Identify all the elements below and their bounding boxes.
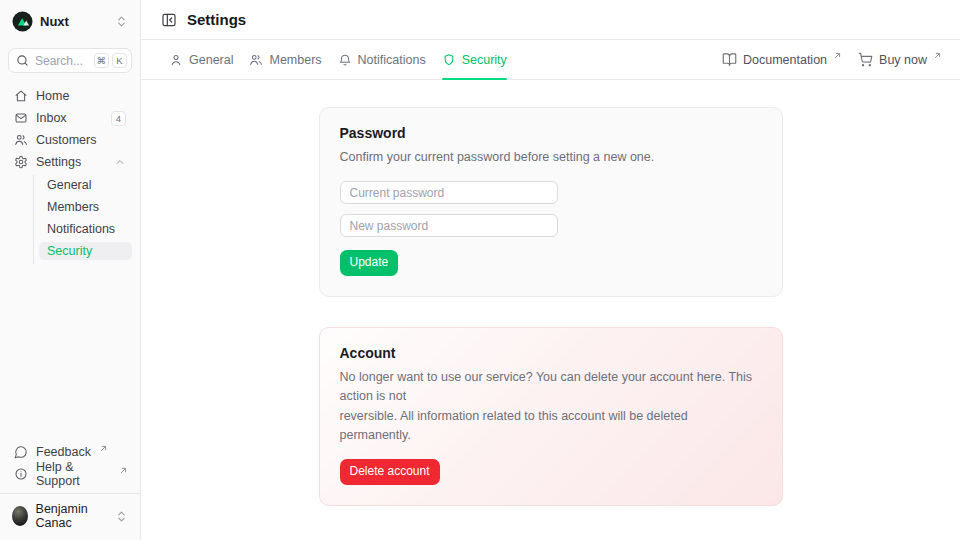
settings-tabbar: General Members Notifications	[141, 40, 960, 80]
workspace-switcher[interactable]: Nuxt	[8, 8, 132, 35]
link-label: Documentation	[743, 53, 827, 67]
gear-icon	[14, 155, 28, 169]
sidebar-item-label: Help & Support	[36, 460, 111, 488]
sidebar-item-label: Notifications	[47, 222, 115, 236]
update-password-button[interactable]: Update	[340, 250, 399, 276]
app-root: Nuxt Search... ⌘ K Home	[0, 0, 960, 540]
search-input[interactable]: Search... ⌘ K	[8, 48, 132, 73]
external-link-icon	[934, 52, 941, 59]
main-panel: Settings General Members	[141, 0, 960, 540]
tab-label: Notifications	[358, 53, 426, 67]
sidebar-footer: Feedback Help & Support Benjamin Canac	[8, 443, 132, 534]
user-menu[interactable]: Benjamin Canac	[8, 494, 132, 534]
chevron-up-down-icon	[115, 510, 128, 523]
avatar	[12, 506, 28, 526]
security-content: Password Confirm your current password b…	[141, 80, 960, 540]
shield-icon	[442, 53, 456, 67]
sidebar: Nuxt Search... ⌘ K Home	[0, 0, 141, 540]
users-icon	[14, 133, 28, 147]
inbox-icon	[14, 111, 28, 125]
sidebar-item-notifications[interactable]: Notifications	[39, 220, 132, 238]
settings-subnav: General Members Notifications Security	[33, 175, 132, 264]
search-icon	[16, 54, 29, 67]
sidebar-item-label: Security	[47, 244, 92, 258]
sidebar-item-label: Feedback	[36, 445, 91, 459]
sidebar-item-label: Inbox	[36, 111, 67, 125]
sidebar-item-label: Members	[47, 200, 99, 214]
new-password-field[interactable]	[340, 214, 558, 237]
tab-label: Security	[462, 53, 507, 67]
kbd-meta: ⌘	[94, 53, 110, 68]
page-title: Settings	[187, 11, 246, 28]
workspace-name: Nuxt	[40, 14, 69, 29]
sidebar-item-feedback[interactable]: Feedback	[8, 443, 132, 461]
users-icon	[249, 53, 263, 67]
password-card: Password Confirm your current password b…	[319, 107, 783, 297]
account-description-line: reversible. All information related to t…	[340, 407, 762, 446]
sidebar-item-home[interactable]: Home	[8, 87, 132, 105]
tab-notifications[interactable]: Notifications	[338, 40, 426, 79]
sidebar-item-general[interactable]: General	[39, 176, 132, 194]
account-card: Account No longer want to use our servic…	[319, 327, 783, 506]
buy-now-link[interactable]: Buy now	[858, 52, 940, 67]
sidebar-item-security[interactable]: Security	[39, 242, 132, 260]
chat-bubble-icon	[14, 445, 28, 459]
external-link-icon	[120, 467, 127, 474]
nuxt-logo	[12, 11, 33, 32]
user-name: Benjamin Canac	[36, 502, 107, 530]
bell-icon	[338, 53, 352, 67]
tab-security[interactable]: Security	[442, 40, 507, 79]
search-placeholder: Search...	[35, 54, 83, 68]
sidebar-item-members[interactable]: Members	[39, 198, 132, 216]
sidebar-item-help-support[interactable]: Help & Support	[8, 465, 132, 483]
password-card-description: Confirm your current password before set…	[340, 148, 762, 167]
tab-members[interactable]: Members	[249, 40, 321, 79]
delete-account-button[interactable]: Delete account	[340, 459, 440, 485]
tab-general[interactable]: General	[169, 40, 233, 79]
tabs: General Members Notifications	[169, 40, 507, 79]
search-shortcut: ⌘ K	[94, 53, 128, 68]
chevron-up-down-icon	[115, 15, 128, 28]
account-description-line: No longer want to use our service? You c…	[340, 368, 762, 407]
sidebar-collapse-icon[interactable]	[161, 12, 177, 28]
current-password-field[interactable]	[340, 181, 558, 204]
tab-label: Members	[269, 53, 321, 67]
header-links: Documentation Buy now	[722, 52, 940, 67]
password-card-title: Password	[340, 125, 762, 141]
home-icon	[14, 89, 28, 103]
sidebar-nav: Home Inbox 4 Customers Settings	[8, 87, 132, 264]
sidebar-item-label: Customers	[36, 133, 96, 147]
sidebar-item-label: Settings	[36, 155, 81, 169]
sidebar-item-settings[interactable]: Settings	[8, 153, 132, 171]
external-link-icon	[100, 445, 107, 452]
cart-icon	[858, 52, 873, 67]
documentation-link[interactable]: Documentation	[722, 52, 840, 67]
account-card-description: No longer want to use our service? You c…	[340, 368, 762, 446]
user-icon	[169, 53, 183, 67]
tab-label: General	[189, 53, 233, 67]
book-icon	[722, 52, 737, 67]
sidebar-item-label: Home	[36, 89, 69, 103]
sidebar-item-inbox[interactable]: Inbox 4	[8, 109, 132, 127]
account-card-title: Account	[340, 345, 762, 361]
external-link-icon	[834, 52, 841, 59]
page-header: Settings	[141, 0, 960, 40]
inbox-count-badge: 4	[111, 111, 126, 126]
sidebar-item-customers[interactable]: Customers	[8, 131, 132, 149]
info-icon	[14, 467, 28, 481]
link-label: Buy now	[879, 53, 927, 67]
kbd-k: K	[112, 53, 127, 68]
sidebar-item-label: General	[47, 178, 91, 192]
chevron-up-icon	[114, 156, 126, 168]
